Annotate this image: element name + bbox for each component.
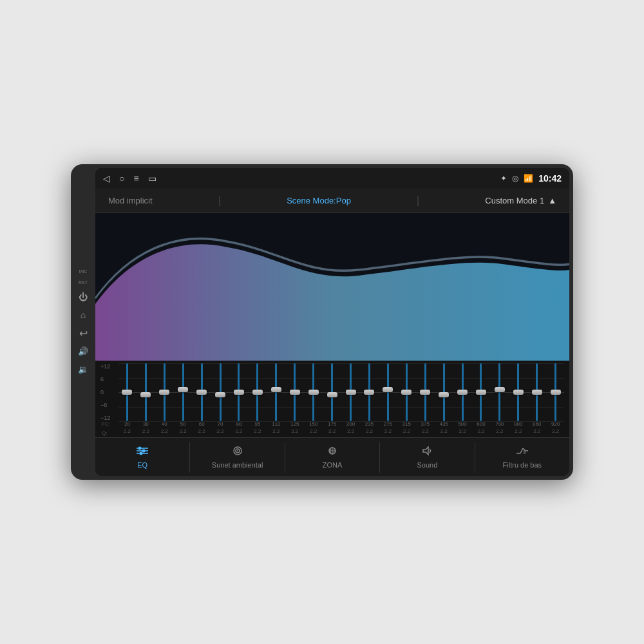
scene-mode[interactable]: Scene Mode:Pop bbox=[287, 196, 351, 205]
slider-track-20[interactable] bbox=[126, 363, 128, 421]
slider-handle-920[interactable] bbox=[551, 390, 561, 395]
slider-track-125[interactable] bbox=[294, 363, 296, 421]
db-scale-container: +12 6 0 −6 −12 bbox=[100, 363, 564, 421]
nav-item-eq[interactable]: EQ bbox=[95, 442, 190, 473]
slider-band-175[interactable] bbox=[323, 363, 341, 421]
slider-handle-700[interactable] bbox=[495, 387, 505, 392]
freq-label-110: 110 bbox=[267, 421, 285, 427]
nav-item-sound[interactable]: Sound bbox=[380, 442, 475, 473]
slider-band-70[interactable] bbox=[212, 363, 229, 421]
slider-handle-150[interactable] bbox=[308, 390, 319, 395]
sunet-icon bbox=[231, 446, 245, 459]
slider-track-80[interactable] bbox=[238, 363, 240, 421]
slider-band-125[interactable] bbox=[286, 363, 303, 421]
power-icon[interactable]: ⏻ bbox=[77, 291, 89, 303]
back-nav-icon[interactable]: ◁ bbox=[103, 173, 110, 184]
slider-handle-500[interactable] bbox=[457, 390, 468, 395]
menu-nav-icon[interactable]: ≡ bbox=[133, 173, 138, 184]
slider-band-50[interactable] bbox=[175, 363, 192, 421]
slider-handle-600[interactable] bbox=[476, 390, 486, 395]
mode-implicit[interactable]: Mod implicit bbox=[108, 196, 153, 205]
slider-handle-80[interactable] bbox=[234, 390, 244, 395]
slider-handle-70[interactable] bbox=[215, 392, 225, 397]
home-nav-icon[interactable]: ○ bbox=[119, 173, 124, 184]
slider-track-30[interactable] bbox=[145, 363, 147, 421]
recents-nav-icon[interactable]: ▭ bbox=[148, 173, 156, 184]
slider-handle-110[interactable] bbox=[271, 387, 281, 392]
slider-track-375[interactable] bbox=[424, 363, 426, 421]
slider-handle-40[interactable] bbox=[159, 390, 169, 395]
slider-band-435[interactable] bbox=[435, 363, 453, 421]
slider-track-95[interactable] bbox=[256, 363, 258, 421]
slider-track-700[interactable] bbox=[498, 363, 500, 421]
slider-handle-30[interactable] bbox=[140, 392, 151, 397]
slider-band-20[interactable] bbox=[118, 363, 136, 421]
slider-band-235[interactable] bbox=[361, 363, 378, 421]
nav-buttons: ◁ ○ ≡ ▭ bbox=[103, 173, 156, 184]
q-label-150: 2.2 bbox=[305, 428, 322, 434]
slider-band-860[interactable] bbox=[528, 363, 545, 421]
slider-handle-800[interactable] bbox=[513, 390, 524, 395]
slider-handle-375[interactable] bbox=[420, 390, 430, 395]
slider-band-920[interactable] bbox=[547, 363, 564, 421]
nav-item-zona[interactable]: ZONA bbox=[285, 442, 380, 473]
slider-band-600[interactable] bbox=[473, 363, 490, 421]
q-label-20: 2.2 bbox=[118, 428, 136, 434]
slider-track-500[interactable] bbox=[462, 363, 464, 421]
slider-handle-860[interactable] bbox=[532, 390, 542, 395]
nav-item-sunet[interactable]: Sunet ambiental bbox=[190, 442, 285, 473]
slider-track-50[interactable] bbox=[182, 363, 184, 421]
slider-track-175[interactable] bbox=[331, 363, 333, 421]
slider-band-110[interactable] bbox=[267, 363, 285, 421]
slider-handle-50[interactable] bbox=[178, 387, 188, 392]
slider-band-30[interactable] bbox=[137, 363, 155, 421]
slider-track-110[interactable] bbox=[275, 363, 277, 421]
slider-band-150[interactable] bbox=[305, 363, 322, 421]
slider-band-315[interactable] bbox=[398, 363, 415, 421]
slider-handle-275[interactable] bbox=[383, 387, 393, 392]
slider-band-95[interactable] bbox=[249, 363, 266, 421]
slider-handle-125[interactable] bbox=[290, 390, 300, 395]
slider-band-60[interactable] bbox=[193, 363, 211, 421]
slider-track-235[interactable] bbox=[368, 363, 370, 421]
slider-handle-20[interactable] bbox=[122, 390, 132, 395]
slider-track-800[interactable] bbox=[517, 363, 519, 421]
vol-down-icon[interactable]: 🔉 bbox=[77, 363, 89, 375]
slider-handle-175[interactable] bbox=[327, 392, 337, 397]
svg-point-4 bbox=[138, 446, 142, 450]
vol-up-icon[interactable]: 🔊 bbox=[77, 345, 89, 357]
slider-handle-60[interactable] bbox=[196, 390, 207, 395]
q-label-860: 2.2 bbox=[528, 428, 545, 434]
home-side-icon[interactable]: ⌂ bbox=[77, 309, 89, 321]
slider-handle-200[interactable] bbox=[346, 390, 356, 395]
slider-band-275[interactable] bbox=[379, 363, 397, 421]
slider-track-315[interactable] bbox=[406, 363, 408, 421]
freq-label-235: 235 bbox=[361, 421, 378, 427]
slider-band-500[interactable] bbox=[454, 363, 471, 421]
slider-band-40[interactable] bbox=[156, 363, 173, 421]
slider-track-435[interactable] bbox=[443, 363, 445, 421]
slider-track-150[interactable] bbox=[312, 363, 314, 421]
nav-item-filtru[interactable]: Filtru de bas bbox=[475, 442, 569, 473]
slider-track-275[interactable] bbox=[387, 363, 389, 421]
slider-band-375[interactable] bbox=[417, 363, 434, 421]
slider-band-800[interactable] bbox=[509, 363, 527, 421]
slider-band-80[interactable] bbox=[231, 363, 248, 421]
svg-point-9 bbox=[237, 450, 238, 451]
slider-track-70[interactable] bbox=[220, 363, 222, 421]
slider-track-40[interactable] bbox=[164, 363, 166, 421]
slider-handle-435[interactable] bbox=[439, 392, 449, 397]
slider-track-60[interactable] bbox=[201, 363, 203, 421]
slider-track-200[interactable] bbox=[350, 363, 352, 421]
slider-handle-235[interactable] bbox=[364, 390, 374, 395]
slider-band-700[interactable] bbox=[491, 363, 508, 421]
custom-mode[interactable]: Custom Mode 1 ▲ bbox=[485, 196, 556, 205]
slider-band-200[interactable] bbox=[342, 363, 359, 421]
slider-track-860[interactable] bbox=[536, 363, 538, 421]
zona-label: ZONA bbox=[323, 461, 343, 469]
slider-track-600[interactable] bbox=[480, 363, 482, 421]
slider-track-920[interactable] bbox=[554, 363, 556, 421]
slider-handle-315[interactable] bbox=[401, 390, 412, 395]
back-side-icon[interactable]: ↩ bbox=[77, 327, 89, 339]
slider-handle-95[interactable] bbox=[252, 390, 263, 395]
